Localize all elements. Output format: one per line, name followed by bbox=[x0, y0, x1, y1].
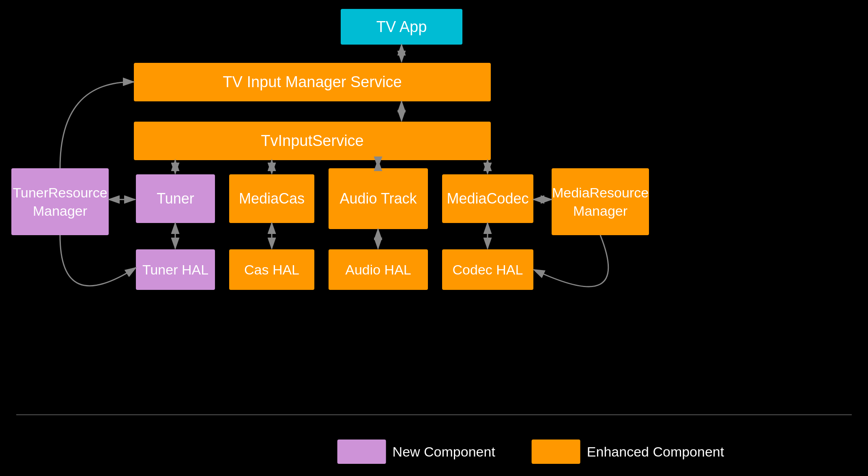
cas-hal-box: Cas HAL bbox=[229, 249, 314, 290]
legend-new-component-label: New Component bbox=[393, 444, 495, 460]
mediacodec-box: MediaCodec bbox=[442, 174, 533, 223]
tv-input-service-box: TvInputService bbox=[134, 122, 491, 160]
legend-new-component-box bbox=[337, 440, 386, 464]
audio-hal-box: Audio HAL bbox=[329, 249, 428, 290]
audio-track-box: Audio Track bbox=[329, 168, 428, 229]
mediaresource-manager-box: MediaResourceManager bbox=[552, 168, 649, 235]
mediacas-box: MediaCas bbox=[229, 174, 314, 223]
legend-enhanced-component-label: Enhanced Component bbox=[587, 444, 724, 460]
legend: New Component Enhanced Component bbox=[337, 440, 724, 464]
legend-new-component: New Component bbox=[337, 440, 495, 464]
tv-input-manager-box: TV Input Manager Service bbox=[134, 63, 491, 101]
codec-hal-box: Codec HAL bbox=[442, 249, 533, 290]
diagram-container: TV App TV Input Manager Service TvInputS… bbox=[0, 0, 868, 476]
legend-enhanced-component-box bbox=[532, 440, 580, 464]
tv-app-box: TV App bbox=[341, 9, 462, 45]
tuner-resource-manager-box: TunerResourceManager bbox=[11, 168, 109, 235]
tuner-box: Tuner bbox=[136, 174, 215, 223]
legend-enhanced-component: Enhanced Component bbox=[532, 440, 724, 464]
legend-divider bbox=[16, 414, 852, 415]
tuner-hal-box: Tuner HAL bbox=[136, 249, 215, 290]
